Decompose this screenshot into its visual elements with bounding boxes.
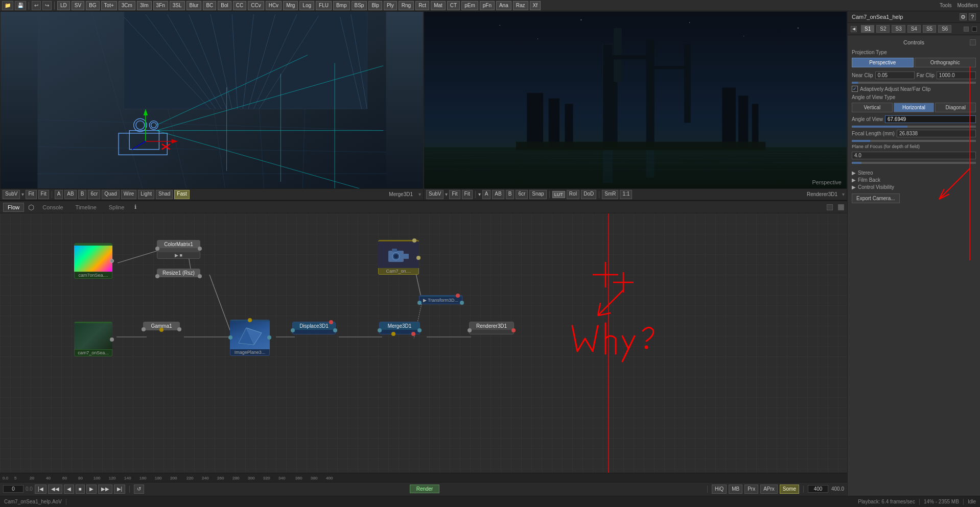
- fit-btn-left1[interactable]: Fit: [26, 190, 36, 199]
- tab-flow[interactable]: Flow: [3, 203, 24, 212]
- node-displace3d1-out[interactable]: [333, 328, 337, 332]
- tab-s5[interactable]: S5: [923, 25, 936, 33]
- panel-color-swatch-white[interactable]: [964, 27, 969, 32]
- viewport-left[interactable]: SubV ▾ Fit Fit A AB B 6cr Quad Wire Ligh…: [0, 11, 424, 200]
- viewport-right[interactable]: Perspective SubV ▾ Fit Fit ▾ A AB B 6cr: [424, 11, 847, 200]
- node-resize1-in[interactable]: [155, 274, 159, 278]
- mb-btn[interactable]: MB: [729, 485, 742, 494]
- cc-btn[interactable]: CC: [233, 1, 246, 10]
- fit-btn-right2[interactable]: Fit: [462, 190, 473, 199]
- node-editor[interactable]: Flow ⬡ Console Timeline Spline ℹ: [0, 200, 847, 473]
- node-cam7on-out[interactable]: [416, 256, 421, 260]
- film-back-section[interactable]: ▶ Film Back: [852, 177, 976, 183]
- save-btn[interactable]: 💾: [15, 1, 26, 10]
- node-colormatrix1-out[interactable]: [198, 247, 202, 251]
- panel-help-icon[interactable]: ?: [969, 13, 976, 20]
- focal-slider[interactable]: [852, 140, 976, 142]
- shad-btn[interactable]: Shad: [156, 190, 173, 199]
- node-renderer3d1-err[interactable]: [511, 328, 516, 332]
- 3cm-btn[interactable]: 3Cm: [119, 1, 135, 10]
- skip-to-start-btn[interactable]: |◀: [35, 485, 46, 494]
- node-merge3d1-out-bottom[interactable]: [391, 332, 395, 336]
- angle-of-view-input[interactable]: [885, 115, 976, 123]
- node-cam7on-in-top[interactable]: [412, 238, 416, 243]
- pfn-btn[interactable]: pFn: [480, 1, 495, 10]
- a-btn[interactable]: A: [55, 190, 63, 199]
- fast-btn[interactable]: Fast: [174, 190, 189, 199]
- frame-end[interactable]: 400: [808, 485, 828, 493]
- fit-btn-right1[interactable]: Fit: [449, 190, 460, 199]
- node-renderer3d1[interactable]: Renderer3D1: [469, 322, 514, 334]
- some-btn[interactable]: Some: [780, 485, 799, 494]
- node-transform3d-in[interactable]: [417, 301, 422, 305]
- tab-s1[interactable]: S1: [861, 25, 874, 33]
- node-cam7onsea2[interactable]: cam7_onSea...: [74, 322, 112, 356]
- panel-settings-icon[interactable]: ⚙: [960, 13, 967, 20]
- node-displace3d1-in[interactable]: [291, 328, 295, 332]
- undo-btn[interactable]: ↩: [32, 1, 41, 10]
- bmp-btn[interactable]: Bmp: [333, 1, 350, 10]
- dod-btn[interactable]: DoD: [581, 190, 596, 199]
- node-imageplane3-in[interactable]: [228, 335, 232, 340]
- timeline-ruler[interactable]: 0.0 5 20 40 60 80 100 120 140 160 180 20…: [0, 473, 847, 482]
- roi-btn[interactable]: RoI: [567, 190, 580, 199]
- clip-slider[interactable]: [852, 82, 976, 84]
- node-gamma1-in[interactable]: [142, 327, 146, 331]
- node-merge3d1[interactable]: Merge3D1: [379, 322, 420, 334]
- tab-timeline[interactable]: Timeline: [72, 203, 101, 211]
- ld-btn[interactable]: LD: [57, 1, 70, 10]
- bc-btn[interactable]: BC: [203, 1, 216, 10]
- loop-btn[interactable]: ↺: [134, 485, 144, 494]
- mat-btn[interactable]: Mat: [431, 1, 446, 10]
- tab-s4[interactable]: S4: [907, 25, 921, 33]
- mrg-btn[interactable]: Mrg: [283, 1, 298, 10]
- render-button[interactable]: Render: [410, 485, 440, 493]
- node-merge3d1-out[interactable]: [417, 328, 422, 332]
- xf-btn[interactable]: Xf: [530, 1, 541, 10]
- bg-btn[interactable]: BG: [86, 1, 99, 10]
- node-editor-expand[interactable]: [838, 204, 844, 210]
- node-renderer3d1-in[interactable]: [468, 328, 472, 332]
- hiq-btn[interactable]: HiQ: [712, 485, 727, 494]
- controls-settings-icon[interactable]: [970, 39, 976, 45]
- frame-start[interactable]: 0: [3, 485, 24, 493]
- node-canvas[interactable]: cam7onSea.... ColorMatrix1 ▶ ■: [0, 213, 847, 473]
- tab-s6[interactable]: S6: [938, 25, 951, 33]
- node-transform3d[interactable]: ▶ Transform3D...: [419, 295, 462, 304]
- node-cam7on[interactable]: Cam7_on....: [378, 240, 419, 275]
- 6cr-btn-r[interactable]: 6cr: [516, 190, 528, 199]
- adaptively-adjust-checkbox[interactable]: [852, 86, 858, 92]
- vertical-btn[interactable]: Vertical: [852, 103, 893, 112]
- panel-color-swatch-black[interactable]: [972, 27, 977, 32]
- quad-btn[interactable]: Quad: [102, 190, 119, 199]
- wire-btn[interactable]: Wire: [121, 190, 137, 199]
- bsp-btn[interactable]: BSp: [352, 1, 367, 10]
- ratio-btn[interactable]: 1:1: [620, 190, 632, 199]
- far-clip-input[interactable]: [937, 71, 976, 79]
- 6cr-btn[interactable]: 6cr: [88, 190, 100, 199]
- node-imageplane3-out[interactable]: [267, 335, 271, 340]
- rng-btn[interactable]: Rng: [399, 1, 414, 10]
- ct-btn[interactable]: CT: [447, 1, 460, 10]
- near-clip-input[interactable]: [875, 71, 915, 79]
- focal-length-input[interactable]: [897, 130, 976, 137]
- 3fn-btn[interactable]: 3Fn: [153, 1, 168, 10]
- export-camera-button[interactable]: Export Camera...: [852, 194, 900, 203]
- orthographic-btn[interactable]: Orthographic: [915, 58, 976, 67]
- a-btn-r[interactable]: A: [482, 190, 491, 199]
- stop-btn[interactable]: ■: [76, 485, 85, 494]
- ab-btn-r[interactable]: AB: [492, 190, 504, 199]
- play-back-btn[interactable]: ◀: [64, 485, 74, 494]
- plane-of-focus-input[interactable]: [852, 152, 976, 159]
- panel-back-btn[interactable]: ◀: [851, 26, 857, 32]
- step-back-btn[interactable]: ◀◀: [48, 485, 62, 494]
- tab-s2[interactable]: S2: [876, 25, 890, 33]
- node-imageplane3[interactable]: ImagePlane3...: [230, 320, 270, 356]
- ana-btn[interactable]: Ana: [496, 1, 511, 10]
- node-merge3d1-in[interactable]: [378, 328, 382, 332]
- node-transform3d-out[interactable]: [460, 301, 464, 305]
- pof-slider[interactable]: [852, 162, 976, 164]
- node-editor-toggle[interactable]: [827, 204, 833, 210]
- node-gamma1[interactable]: Gamma1: [143, 322, 180, 330]
- step-fwd-btn[interactable]: ▶▶: [98, 485, 112, 494]
